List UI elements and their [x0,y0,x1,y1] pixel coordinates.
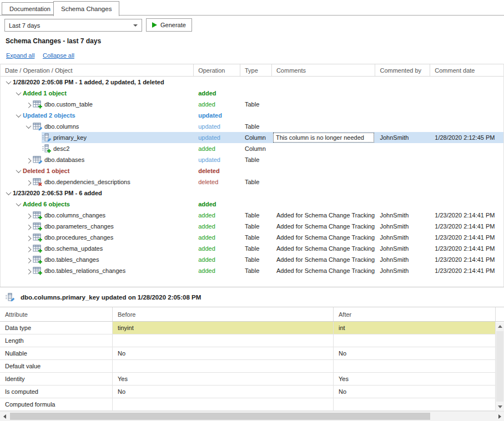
expand-all-link[interactable]: Expand all [6,52,34,59]
attribute-row: Data typetinyintint [0,322,504,334]
chevron-right-icon[interactable] [24,100,33,109]
grid-column-header[interactable]: Commented by [375,64,430,76]
tree-row[interactable]: dbo.schema_updatesaddedTableAdded for Sc… [1,243,503,254]
operation-cell: added [194,254,240,265]
tree-row[interactable]: Deleted 1 objectdeleted [1,165,503,176]
vertical-scrollbar-thumb[interactable] [496,331,503,402]
tree-row[interactable]: Added 6 objectsadded [1,199,503,210]
tree-row-label: Updated 2 objects [23,112,75,119]
tree-row[interactable]: dbo.custom_tableaddedTable [1,99,503,110]
operation-cell: added [194,210,240,221]
chevron-right-icon[interactable] [24,244,33,253]
after-value-cell: int [334,322,496,334]
tree-cell: dbo.dependencies_descriptions [1,176,194,187]
tree-row[interactable]: dbo.databasesupdatedTable [1,154,503,165]
attribute-table-body: Data typetinyintintLengthNullableNoNoDef… [0,322,504,411]
comments-cell: Added for Schema Change Tracking [272,243,376,254]
vertical-scrollbar[interactable] [496,322,504,411]
tree-row[interactable]: Added 1 objectadded [1,88,503,99]
chevron-down-icon[interactable] [14,166,23,175]
chevron-down-icon[interactable] [14,111,23,120]
grid-column-header[interactable]: Comment date [430,64,503,76]
grid-column-header[interactable]: Date / Operation / Object [1,64,194,76]
tree-row-label: dbo.procedures_changes [44,234,113,241]
tree-row[interactable]: dbo.tables_changesaddedTableAdded for Sc… [1,254,503,265]
table-added-icon [33,100,44,109]
tree-row[interactable]: Updated 2 objectsupdated [1,110,503,121]
comments-cell: Added for Schema Change Tracking [272,232,376,243]
chevron-right-icon[interactable] [24,155,33,164]
grid-column-header[interactable]: Operation [194,64,240,76]
chevron-down-icon[interactable] [24,122,33,131]
chevron-right-icon[interactable] [24,255,33,264]
period-dropdown[interactable]: Last 7 days [4,19,142,32]
before-value-cell: tinyint [113,322,334,334]
horizontal-scrollbar[interactable] [0,411,504,421]
collapse-all-link[interactable]: Collapse all [43,52,74,59]
play-icon [152,22,157,28]
horizontal-scrollbar-thumb[interactable] [10,413,430,420]
scroll-up-icon[interactable] [496,322,504,331]
attribute-column-header[interactable]: Before [113,307,334,321]
page-title: Schema Changes - last 7 days [6,37,101,45]
table-added-icon [33,255,44,264]
tree-cell: Added 6 objects [1,199,194,210]
chevron-right-icon[interactable] [24,233,33,242]
chevron-right-icon[interactable] [24,211,33,220]
attribute-column-header[interactable]: Attribute [0,307,113,321]
tree-row[interactable]: dbo.tables_relations_changesaddedTableAd… [1,265,503,276]
chevron-right-icon[interactable] [24,222,33,231]
type-cell: Table [240,154,272,165]
tree-row-label: Added 6 objects [23,201,70,207]
scroll-down-icon[interactable] [496,403,504,411]
scroll-left-icon[interactable] [0,412,9,421]
commented-by-cell: JohnSmith [375,221,430,232]
comment-date-cell [430,99,503,110]
tree-row-label: dbo.databases [44,156,84,163]
table-added-icon [33,244,44,253]
tree-row[interactable]: desc2addedColumn [1,143,503,154]
operation-cell: added [194,143,240,154]
tab-documentation[interactable]: Documentation [2,2,58,15]
chevron-down-icon[interactable] [14,200,23,209]
tree-row[interactable]: 1/23/2020 2:06:53 PM - 6 added [1,187,503,199]
type-cell [240,187,272,199]
chevron-right-icon[interactable] [24,266,33,275]
commented-by-cell: JohnSmith [375,232,430,243]
grid-column-header[interactable]: Comments [272,64,376,76]
attribute-name-cell: Data type [0,322,113,334]
before-value-cell: Yes [113,373,334,385]
chevron-down-icon[interactable] [4,78,13,87]
detail-panel-title: dbo.columns.primary_key updated on 1/28/… [0,287,504,307]
chevron-down-icon[interactable] [4,189,13,197]
comments-cell [272,88,376,99]
operation-cell: updated [194,121,240,132]
tree-cell: desc2 [1,143,194,154]
chevron-right-icon[interactable] [24,177,33,186]
operation-cell: updated [194,154,240,165]
scroll-right-icon[interactable] [495,412,504,421]
tree-row[interactable]: dbo.columnsupdatedTable [1,121,503,132]
tree-row[interactable]: 1/28/2020 2:05:08 PM - 1 added, 2 update… [1,77,503,88]
attribute-row: IdentityYesYes [0,373,504,386]
attribute-column-header[interactable]: After [334,307,496,321]
operation-cell: added [194,265,240,276]
schema-changes-window: Documentation Schema Changes Last 7 days… [0,0,504,421]
comment-date-cell: 1/23/2020 2:14:41 PM [430,254,503,265]
comment-input[interactable]: This column is no longer needed [273,133,374,143]
tree-row-label: 1/23/2020 2:06:53 PM - 6 added [13,190,102,196]
tab-schema-changes[interactable]: Schema Changes [53,1,119,16]
type-cell: Table [240,121,272,132]
tree-row[interactable]: dbo.dependencies_descriptionsdeletedTabl… [1,176,503,187]
grid-column-header[interactable]: Type [240,64,272,76]
tree-row-label: dbo.dependencies_descriptions [44,179,130,185]
tree-row[interactable]: dbo.parameters_changesaddedTableAdded fo… [1,221,503,232]
commented-by-cell [375,121,430,132]
chevron-down-icon[interactable] [14,89,23,98]
tree-row[interactable]: primary_keyupdatedColumnThis column is n… [1,132,503,143]
comments-cell [272,187,376,199]
generate-button[interactable]: Generate [146,18,192,32]
tree-cell: 1/28/2020 2:05:08 PM - 1 added, 2 update… [1,77,194,88]
tree-row[interactable]: dbo.procedures_changesaddedTableAdded fo… [1,232,503,243]
tree-row[interactable]: dbo.columns_changesaddedTableAdded for S… [1,210,503,221]
